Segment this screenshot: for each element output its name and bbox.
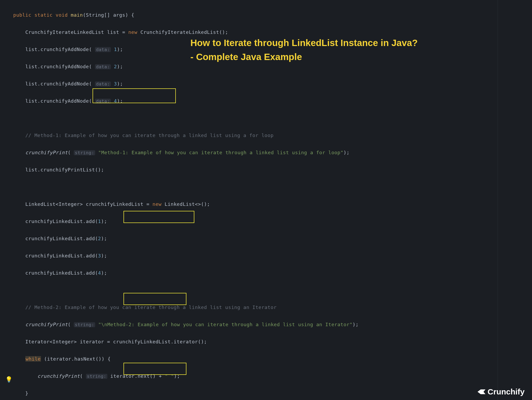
code-line[interactable]: list.crunchifyAddNode( data: 4); (13, 95, 527, 107)
code-line[interactable]: crunchifyPrint( string: "\nMethod-2: Exa… (13, 319, 527, 330)
overlay-title: How to Iterate through LinkedList Instan… (190, 36, 418, 64)
param-hint: data: (95, 99, 111, 104)
code-line[interactable]: list.crunchifyPrintList(); (13, 164, 527, 176)
code-line[interactable]: } (13, 388, 527, 399)
keyword-static: static (34, 12, 53, 18)
method-main: main (71, 12, 83, 18)
keyword-while: while (25, 356, 41, 362)
keyword-public: public (13, 12, 31, 18)
code-line[interactable]: // Method-2: Example of how you can iter… (13, 302, 527, 313)
string-literal: "\nMethod-2: Example of how you can iter… (98, 322, 353, 327)
call: crunchifyPrint (25, 150, 68, 155)
var: list (107, 29, 119, 35)
param-hint: string: (74, 322, 95, 327)
keyword-new: new (128, 29, 137, 35)
code-line[interactable]: crunchifyPrint( string: "Method-1: Examp… (13, 147, 527, 158)
params: String[] args (86, 12, 125, 18)
crunchify-logo-icon (478, 388, 485, 396)
param-hint: data: (95, 47, 111, 52)
code-line[interactable]: // Method-1: Example of how you can iter… (13, 130, 527, 141)
type: CrunchifyIterateLinkedList (25, 29, 104, 35)
ctor: CrunchifyIterateLinkedList() (140, 29, 225, 35)
overlay-line1: How to Iterate through LinkedList Instan… (190, 36, 418, 50)
param-hint: string: (74, 150, 95, 155)
string-literal: "Method-1: Example of how you can iterat… (98, 150, 343, 155)
code-line[interactable]: list.crunchifyAddNode( data: 3); (13, 78, 527, 90)
code-line[interactable]: crunchifyPrint( string: iterator.next() … (13, 370, 527, 382)
code-line[interactable]: crunchifyLinkedList.add(1); (13, 216, 527, 227)
keyword-void: void (56, 12, 68, 18)
param-hint: string: (86, 374, 107, 379)
code-line[interactable]: crunchifyLinkedList.add(4); (13, 267, 527, 279)
crunchify-logo-text: Crunchify (488, 387, 525, 396)
code-line[interactable]: crunchifyLinkedList.add(3); (13, 250, 527, 262)
code-line[interactable]: while (iterator.hasNext()) { (13, 353, 527, 365)
code-line[interactable] (13, 284, 527, 296)
comment: // Method-2: Example of how you can iter… (25, 304, 277, 310)
code-line[interactable]: public static void main(String[] args) { (13, 9, 527, 21)
code-line[interactable]: LinkedList<Integer> crunchifyLinkedList … (13, 198, 527, 210)
crunchify-logo: Crunchify (478, 387, 525, 396)
code-line[interactable] (13, 181, 527, 193)
comment: // Method-1: Example of how you can iter… (25, 133, 274, 138)
code-line[interactable] (13, 112, 527, 124)
lightbulb-icon[interactable]: 💡 (5, 376, 12, 383)
overlay-line2: - Complete Java Example (190, 50, 418, 64)
code-line[interactable]: Iterator<Integer> iterator = crunchifyLi… (13, 336, 527, 348)
param-hint: data: (95, 81, 111, 87)
param-hint: data: (95, 64, 111, 69)
code-line[interactable]: crunchifyLinkedList.add(2); (13, 233, 527, 244)
